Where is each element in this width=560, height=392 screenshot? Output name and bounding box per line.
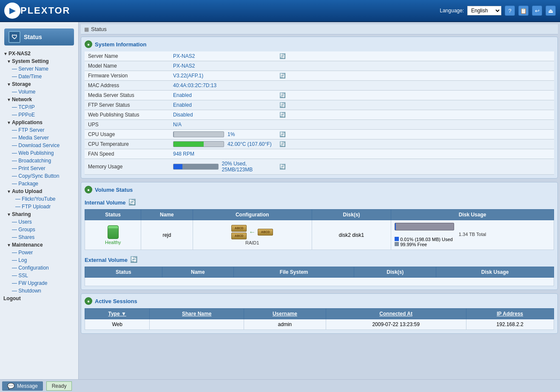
logo-label: PLEXTOR <box>20 5 71 16</box>
language-select[interactable]: English <box>467 6 501 15</box>
col-connected-at[interactable]: Connected At <box>326 309 466 319</box>
sidebar-item-configuration[interactable]: — Configuration <box>0 264 78 272</box>
sidebar-item-package[interactable]: — Package <box>0 180 78 187</box>
sidebar-item-groups[interactable]: — Groups <box>0 226 78 233</box>
volume-status-section: ● Volume Status Internal Volume 🔄 Status… <box>81 182 558 290</box>
label-firmware: Firmware Version <box>85 71 170 81</box>
cpu-temp-bar <box>173 141 224 147</box>
sidebar-item-applications[interactable]: ▼Applications <box>0 119 78 126</box>
memory-bar <box>173 164 219 170</box>
sidebar-item-storage[interactable]: ▼Storage <box>0 80 78 88</box>
col-status: Status <box>85 210 141 220</box>
grid-icon: ▦ <box>84 26 89 32</box>
sidebar-item-power[interactable]: — Power <box>0 249 78 256</box>
table-row: FTP Server Status Enabled 🔄 <box>85 100 554 110</box>
cpu-temp-text: 42.00°C (107.60°F) <box>227 141 272 147</box>
label-fan-speed: FAN Speed <box>85 149 170 159</box>
label-server-name: Server Name <box>85 51 170 61</box>
refresh-media-server[interactable]: 🔄 <box>276 91 554 100</box>
active-sessions-header: ● Active Sessions <box>85 297 554 305</box>
table-row: Memory Usage 20% Used, 25MB/123MB 🔄 <box>85 159 554 175</box>
label-ups: UPS <box>85 120 170 130</box>
sidebar-item-tcp-ip[interactable]: — TCP/IP <box>0 103 78 111</box>
sidebar-item-log[interactable]: — Log <box>0 256 78 264</box>
help-button[interactable]: ? <box>505 6 515 16</box>
vol-config: ABCD ABCD ← ABCD RAID1 <box>193 220 312 250</box>
sidebar-item-flickr-youtube[interactable]: — Flickr/YouTube <box>0 195 78 203</box>
label-cpu-usage: CPU Usage <box>85 130 170 139</box>
refresh-internal-volume-icon[interactable]: 🔄 <box>128 199 137 206</box>
page-title: Status <box>91 26 107 32</box>
header-right: Language: English ? 📋 ↩ ⏏ <box>440 6 556 16</box>
col-type[interactable]: Type ▼ <box>85 309 150 319</box>
cpu-usage-bar <box>173 131 224 137</box>
sidebar-item-system-setting[interactable]: ▼System Setting <box>0 57 78 65</box>
refresh-cpu[interactable]: 🔄 <box>276 130 554 139</box>
content-area: ▦ Status ● System Information Server Nam… <box>79 22 560 379</box>
sidebar-item-print-server[interactable]: — Print Server <box>0 165 78 172</box>
message-label: 💬 Message <box>2 381 43 391</box>
refresh-cpu-temp[interactable]: 🔄 <box>276 139 554 149</box>
print-button[interactable]: 📋 <box>518 6 529 16</box>
refresh-external-volume-icon[interactable]: 🔄 <box>130 256 139 264</box>
sidebar-item-auto-upload[interactable]: ▼Auto Upload <box>0 187 78 195</box>
sidebar-item-download-service[interactable]: — Download Service <box>0 142 78 149</box>
sidebar-item-ftp-server[interactable]: — FTP Server <box>0 126 78 134</box>
sidebar-item-web-publishing[interactable]: — Web Publishing <box>0 149 78 157</box>
value-cpu-temp: 42.00°C (107.60°F) <box>170 139 276 149</box>
internal-volume-label: Internal Volume <box>85 199 126 206</box>
status-nav-header[interactable]: 🛡 Status <box>4 28 74 45</box>
col-username[interactable]: Username <box>244 309 326 319</box>
value-ftp-server-status: Enabled <box>170 100 276 110</box>
sidebar-item-shutdown[interactable]: — Shutdown <box>0 287 78 295</box>
disk-usage-bar <box>395 223 454 230</box>
refresh-web-publishing[interactable]: 🔄 <box>276 110 554 120</box>
col-share-name[interactable]: Share Name <box>150 309 244 319</box>
value-model-name: PX-NAS2 <box>170 61 276 71</box>
cell-empty <box>276 81 554 91</box>
volume-status-header: ● Volume Status <box>85 186 554 193</box>
sidebar-item-logout[interactable]: Logout <box>0 295 78 302</box>
sidebar-item-date-time[interactable]: — Date/Time <box>0 73 78 80</box>
table-row: Firmware Version V3.22(AFP.1) 🔄 <box>85 71 554 81</box>
table-row: MAC Address 40:4A:03:2C:7D:13 <box>85 81 554 91</box>
table-row: Web Publishing Status Disabled 🔄 <box>85 110 554 120</box>
sidebar-item-network[interactable]: ▼Network <box>0 96 78 103</box>
sidebar-item-pppoe[interactable]: — PPPoE <box>0 111 78 119</box>
sidebar-item-server-name[interactable]: — Server Name <box>0 65 78 73</box>
vol-disks: disk2 disk1 <box>312 220 391 250</box>
col-name: Name <box>141 210 193 220</box>
sidebar-item-fw-upgrade[interactable]: — FW Upgrade <box>0 279 78 287</box>
sidebar-item-ssl[interactable]: — SSL <box>0 272 78 279</box>
sidebar-item-maintenance[interactable]: ▼Maintenance <box>0 241 78 249</box>
usage-legend: 0.01% (198.03 MB) Used <box>395 237 550 242</box>
active-sessions-section: ● Active Sessions Type ▼ Share Name User… <box>81 293 558 334</box>
refresh-server-name[interactable]: 🔄 <box>276 51 554 61</box>
usage-legend-free: 99.99% Free <box>395 242 550 247</box>
status-bar: 💬 Message Ready <box>0 379 560 392</box>
refresh-memory[interactable]: 🔄 <box>276 159 554 175</box>
cell-empty <box>276 149 554 159</box>
sidebar-item-ftp-uploadr[interactable]: — FTP Uploadr <box>0 203 78 210</box>
label-cpu-temp: CPU Temperature <box>85 139 170 149</box>
sidebar-item-px-nas2[interactable]: ▼PX-NAS2 <box>0 50 78 57</box>
refresh-firmware[interactable]: 🔄 <box>276 71 554 81</box>
col-ip-address[interactable]: IP Address <box>466 309 554 319</box>
sidebar-item-broadcatching[interactable]: — Broadcatching <box>0 157 78 165</box>
sidebar-item-copy-sync-button[interactable]: — Copy/Sync Button <box>0 172 78 180</box>
sidebar-item-sharing[interactable]: ▼Sharing <box>0 210 78 218</box>
col-disks: Disk(s) <box>312 210 391 220</box>
col-configuration: Configuration <box>193 210 312 220</box>
sidebar-item-volume[interactable]: — Volume <box>0 88 78 96</box>
sidebar-item-media-server[interactable]: — Media Server <box>0 134 78 142</box>
sidebar-item-shares[interactable]: — Shares <box>0 233 78 241</box>
vol-disk-usage: 1.34 TB Total 0.01% (198.03 MB) Used 99.… <box>391 220 554 250</box>
value-media-server-status: Enabled <box>170 91 276 100</box>
power-button[interactable]: ⏏ <box>546 6 556 16</box>
active-sessions-icon: ● <box>85 297 92 305</box>
refresh-ftp-server[interactable]: 🔄 <box>276 100 554 110</box>
back-button[interactable]: ↩ <box>532 6 542 16</box>
table-row: UPS N/A <box>85 120 554 130</box>
table-row: Server Name PX-NAS2 🔄 <box>85 51 554 61</box>
sidebar-item-users[interactable]: — Users <box>0 218 78 226</box>
